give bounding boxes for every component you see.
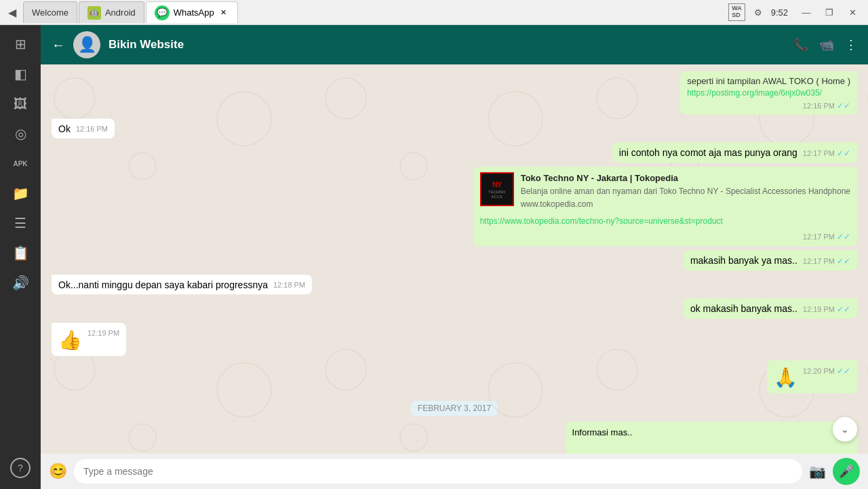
chat-back-button[interactable]: ← [52,37,65,53]
chat-input-bar: 😊 📷 🎤 [41,454,868,489]
msg-tick: ✓✓ [837,305,850,314]
msg-bubble: ↗ NY TECHNOACCS Toko Techno NY - Jakarta… [473,167,857,246]
sidebar-apk-icon[interactable]: APK [7,150,34,177]
msg-text: ini contoh nya comot aja mas punya orang [619,147,797,158]
msg-time: 12:20 PM ✓✓ [803,366,850,377]
msg-text: ok makasih banyak mas.. [690,303,797,314]
browser-back-button[interactable]: ◀ [3,3,22,22]
msg-emoji: 🙏 [774,367,797,388]
msg-text: Informasi mas.. Produk Pc Game / Etalase… [572,426,850,454]
phone-icon[interactable]: 📞 [793,37,808,52]
contact-avatar: 👤 [73,31,100,58]
message-input[interactable] [74,459,802,484]
message-4: ↗ NY TECHNOACCS Toko Techno NY - Jakarta… [52,167,857,246]
msg-time: 12:16 PM ✓✓ [803,100,850,112]
msg-text: makasih banyak ya mas.. [690,255,797,266]
msg-link[interactable]: https://postimg.org/image/6njx0w035/ [687,87,850,99]
msg-time: 12:19 PM [87,328,119,338]
msg-tick: ✓✓ [837,149,850,158]
link-preview-container: NY TECHNOACCS Toko Techno NY - Jakarta |… [473,167,857,230]
welcome-tab-label: Welcome [32,7,68,18]
tab-whatsapp[interactable]: 💬 WhatsApp ✕ [146,1,238,23]
msg-time: 12:17 PM ✓✓ [803,233,850,241]
msg-text: seperti ini tampilan AWAL TOKO ( Home ) [687,75,850,87]
msg-bubble: 👍 12:19 PM [52,323,126,356]
sidebar-pages-icon[interactable]: ⊞ [7,31,34,58]
sidebar-photo-icon[interactable]: 🖼 [7,90,34,117]
msg-tick: ✓✓ [837,366,850,376]
title-bar: ◀ Welcome 🤖 Android 💬 WhatsApp ✕ WA SD ⚙… [0,0,868,25]
chat-header: ← 👤 Bikin Website 📞 📹 ⋮ [41,25,868,64]
link-preview-text: Toko Techno NY - Jakarta | Tokopedia Bel… [521,172,850,210]
msg-time: 12:18 PM [273,280,305,290]
ny-logo: NY TECHNOACCS [480,172,514,206]
left-sidebar: ⊞ ◧ 🖼 ◎ APK 📁 ☰ 📋 🔊 ? [0,25,41,489]
sidebar-help-icon[interactable]: ? [10,458,31,478]
date-text: FEBRUARY 3, 2017 [411,401,498,416]
preview-desc: Belanja online aman dan nyaman dari Toko… [521,186,850,197]
minimize-button[interactable]: — [796,4,816,20]
message-6: Ok...nanti minggu depan saya kabari prog… [52,275,857,295]
msg-tick: ✓✓ [837,256,850,266]
mic-button[interactable]: 🎤 [833,458,860,485]
more-options-icon[interactable]: ⋮ [845,37,857,52]
preview-site: www.tokopedia.com [521,199,850,210]
message-5: makasih banyak ya mas.. 12:17 PM ✓✓ [52,250,857,271]
msg-time: 12:19 PM ✓✓ [803,304,850,315]
tab-android[interactable]: 🤖 Android [79,1,144,23]
ny-logo-sub: TECHNOACCS [488,190,505,199]
whatsapp-main: ← 👤 Bikin Website 📞 📹 ⋮ seperti ini tamp… [41,25,868,489]
scroll-down-button[interactable]: ⌄ [833,417,857,442]
whatsapp-tab-label: WhatsApp [174,7,214,18]
settings-icon[interactable]: ⚙ [748,4,768,20]
info-message: Informasi mas.. Produk Pc Game / Etalase… [52,422,857,454]
msg-bubble: seperti ini tampilan AWAL TOKO ( Home ) … [680,71,857,115]
sidebar-list-icon[interactable]: ☰ [7,210,34,237]
video-icon[interactable]: 📹 [819,37,834,52]
chat-messages-area[interactable]: seperti ini tampilan AWAL TOKO ( Home ) … [41,64,868,454]
message-3: ini contoh nya comot aja mas punya orang… [52,142,857,163]
msg-bubble: Ok 12:16 PM [52,119,115,139]
preview-url-text: https://www.tokopedia.com/techno-ny?sour… [480,216,723,226]
tab-welcome[interactable]: Welcome [23,1,77,23]
msg-bubble: ini contoh nya comot aja mas punya orang… [612,142,857,163]
emoji-button[interactable]: 😊 [49,463,67,480]
whatsapp-tab-icon: 💬 [155,5,170,20]
tab-bar: ◀ Welcome 🤖 Android 💬 WhatsApp ✕ [0,1,238,23]
link-preview: NY TECHNOACCS Toko Techno NY - Jakarta |… [480,172,850,210]
msg-time: 12:16 PM [76,124,108,134]
sidebar-layers-icon[interactable]: ◧ [7,60,34,87]
title-bar-controls: WA SD ⚙ 9:52 — ❐ ✕ [728,3,868,21]
sidebar-location-icon[interactable]: ◎ [7,120,34,147]
close-button[interactable]: ✕ [842,4,863,20]
preview-title: Toko Techno NY - Jakarta | Tokopedia [521,172,850,184]
msg-bubble: ok makasih banyak mas.. 12:19 PM ✓✓ [684,298,857,319]
message-1: seperti ini tampilan AWAL TOKO ( Home ) … [52,71,857,115]
keyboard-icon: WA SD [728,3,745,21]
msg-time: 12:17 PM ✓✓ [803,148,850,159]
message-2: Ok 12:16 PM [52,119,857,139]
android-icon: 🤖 [87,6,101,20]
sidebar-folder-icon[interactable]: 📁 [7,180,34,207]
tab-close-button[interactable]: ✕ [218,7,229,18]
app-container: ⊞ ◧ 🖼 ◎ APK 📁 ☰ 📋 🔊 ? ← 👤 Bikin Website … [0,25,868,489]
maximize-button[interactable]: ❐ [819,4,840,20]
message-9: 🙏 12:20 PM ✓✓ [52,360,857,393]
date-divider: FEBRUARY 3, 2017 [52,402,857,414]
msg-tick: ✓✓ [837,232,850,241]
android-tab-label: Android [105,7,136,18]
preview-url[interactable]: https://www.tokopedia.com/techno-ny?sour… [480,214,850,228]
message-8: 👍 12:19 PM [52,323,857,356]
msg-text: Ok...nanti minggu depan saya kabari prog… [58,279,268,290]
sidebar-notes-icon[interactable]: 📋 [7,239,34,267]
ny-logo-text: NY [492,180,501,190]
sidebar-audio-icon[interactable]: 🔊 [7,269,34,296]
msg-tick: ✓✓ [837,101,850,111]
msg-time: 12:17 PM ✓✓ [803,256,850,267]
msg-text: Ok [58,123,71,134]
msg-bubble: 🙏 12:20 PM ✓✓ [767,360,857,393]
chat-title: Bikin Website [108,38,785,52]
message-7: ok makasih banyak mas.. 12:19 PM ✓✓ [52,298,857,319]
msg-bubble: Informasi mas.. Produk Pc Game / Etalase… [566,422,857,454]
camera-button[interactable]: 📷 [809,463,826,480]
